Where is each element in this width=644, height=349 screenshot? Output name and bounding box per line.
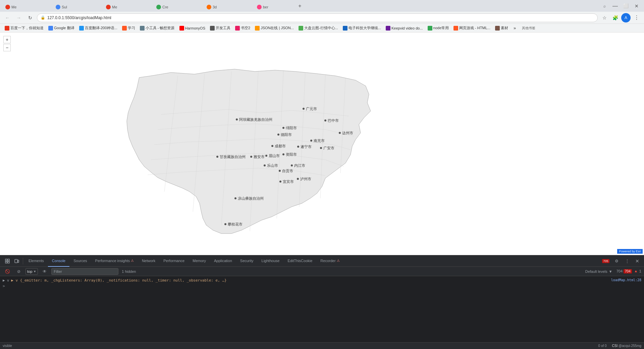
bookmark-google-translate[interactable]: Google 翻译	[46, 25, 76, 31]
tab-sul[interactable]: Sul	[53, 2, 103, 12]
console-filter-button[interactable]: ⊘	[14, 267, 23, 276]
map-controls: + −	[3, 36, 11, 51]
bookmark-keepvid[interactable]: Keepvid video do...	[384, 25, 425, 31]
status-text: visible	[3, 344, 12, 348]
bookmark-uestc[interactable]: 电子科技大学继续...	[341, 25, 383, 31]
svg-rect-79	[8, 259, 9, 261]
new-tab-button[interactable]: +	[296, 2, 304, 10]
minimize-button[interactable]: —	[610, 1, 620, 11]
bookmark-baidu[interactable]: 百度一下，你就知道	[3, 25, 46, 31]
svg-point-68	[279, 170, 281, 172]
svg-text:成都市: 成都市	[275, 144, 286, 148]
svg-rect-80	[5, 261, 7, 263]
bookmark-html-games[interactable]: 网页游戏 - HTML...	[451, 25, 492, 31]
console-log-row: ▶ v ▶ v {_emitter: m, _chgListeners: Arr…	[0, 278, 644, 283]
bookmarks-more[interactable]: »	[512, 25, 518, 31]
recorder-warning-icon: ⚠	[337, 259, 340, 262]
svg-text:德阳市: 德阳市	[281, 133, 292, 137]
inspect-element-button[interactable]	[3, 256, 12, 266]
zoom-in-button[interactable]: +	[3, 36, 11, 43]
tab-cre[interactable]: Cre	[154, 2, 204, 12]
svg-point-70	[279, 181, 281, 183]
tab-elements[interactable]: Elements	[24, 255, 48, 267]
tab-3d[interactable]: 3d	[204, 2, 254, 12]
tab-console[interactable]: Console	[48, 255, 69, 267]
bookmark-shukong[interactable]: 书空2	[233, 25, 252, 31]
tab-recorder[interactable]: Recorder ⚠	[316, 255, 343, 267]
profile-avatar[interactable]: A	[621, 13, 631, 22]
svg-rect-81	[8, 261, 9, 263]
tab-editthiscookie[interactable]: EditThisCookie	[283, 255, 316, 267]
console-source-link[interactable]: loadMap.html:28	[611, 278, 641, 282]
bookmark-harmony[interactable]: HarmonyOS	[177, 25, 208, 31]
statusbar: visible 0 of 0 CSI @acqui-255mg	[0, 342, 644, 349]
tab-me2[interactable]: Me	[103, 2, 154, 12]
expand-icon[interactable]: ▶	[3, 278, 5, 283]
tab-memory[interactable]: Memory	[189, 255, 210, 267]
more-tools-button[interactable]: ⋮	[623, 256, 632, 266]
forward-button[interactable]: →	[14, 13, 23, 22]
menu-button[interactable]: ⋮	[632, 13, 641, 22]
svg-text:攀枝花市: 攀枝花市	[228, 222, 243, 226]
csi-label: CSI @acqui-255mg	[612, 344, 641, 348]
address-bar[interactable]: 🔒 127.0.0.1:5500/arcgis/loadMap.html	[37, 13, 598, 22]
back-button[interactable]: ←	[3, 13, 12, 22]
bookmark-node[interactable]: node常用	[426, 25, 451, 31]
console-levels-dropdown[interactable]: Default levels ▼ 704 704 🔺 1	[585, 269, 641, 273]
bookmark-json[interactable]: JSON在线 | JSON...	[253, 25, 296, 31]
svg-text:雅安市: 雅安市	[254, 155, 265, 159]
tab-me1[interactable]: Me	[3, 2, 53, 12]
tab-search-button[interactable]: ⌕	[600, 1, 609, 11]
performance-insights-warning-icon: ⚠	[131, 259, 134, 262]
device-toolbar-button[interactable]	[12, 256, 21, 266]
url-text[interactable]: 127.0.0.1:5500/arcgis/loadMap.html	[47, 15, 111, 20]
svg-point-38	[324, 119, 326, 121]
tab-lighthouse[interactable]: Lighthouse	[258, 255, 284, 267]
console-log-text: ▶ v {_emitter: m, _chgListeners: Array(0…	[11, 278, 609, 283]
svg-text:遂宁市: 遂宁市	[301, 145, 312, 149]
toolbar-actions: ☆ 🧩 A ⋮	[600, 13, 641, 22]
bookmark-material[interactable]: 素材	[493, 25, 510, 31]
bookmark-devtools[interactable]: 开发工具	[208, 25, 232, 31]
bookmark-icon	[386, 26, 390, 31]
console-clear-button[interactable]: 🚫	[3, 267, 12, 276]
reload-button[interactable]: ↻	[25, 13, 35, 22]
svg-rect-78	[5, 259, 7, 261]
main-content: + −	[0, 33, 644, 349]
extensions-button[interactable]: 🧩	[610, 13, 620, 22]
tab-sources[interactable]: Sources	[69, 255, 91, 267]
devtools-close-button[interactable]: ✕	[633, 257, 641, 265]
bookmark-tools[interactable]: 小工具 - 畅想资源	[138, 25, 177, 31]
toolbar-separator	[23, 258, 23, 264]
bookmark-button[interactable]: ☆	[600, 13, 609, 22]
tab-performance[interactable]: Performance	[159, 255, 189, 267]
svg-text:甘孜藏族自治州: 甘孜藏族自治州	[220, 155, 246, 159]
tab-network[interactable]: Network	[138, 255, 159, 267]
console-top-context[interactable]: top ▼	[25, 268, 38, 275]
tab-ber[interactable]: ber	[254, 2, 294, 12]
bookmarks-extra[interactable]: 其他书签	[520, 25, 537, 31]
bookmark-baidu-translate[interactable]: 百度翻译-200种语...	[77, 25, 119, 31]
zoom-out-button[interactable]: −	[3, 44, 11, 51]
bookmark-market[interactable]: 大盘云图-行情中心...	[297, 25, 340, 31]
maximize-button[interactable]: ⬜	[621, 1, 631, 11]
svg-text:凉山彝族自治州: 凉山彝族自治州	[238, 196, 264, 200]
svg-point-44	[277, 134, 279, 136]
svg-text:乐山市: 乐山市	[267, 163, 278, 167]
tab-performance-insights[interactable]: Performance insights ⚠	[91, 255, 138, 267]
settings-button[interactable]: ⚙	[612, 256, 621, 266]
lock-icon: 🔒	[41, 15, 45, 20]
svg-text:广元市: 广元市	[306, 107, 317, 111]
tab-security[interactable]: Security	[236, 255, 258, 267]
svg-point-62	[282, 153, 284, 155]
bookmark-study[interactable]: 学习	[120, 25, 137, 31]
svg-point-52	[297, 146, 299, 148]
console-filter-input[interactable]	[51, 268, 118, 275]
tab-application[interactable]: Application	[210, 255, 236, 267]
svg-text:自贡市: 自贡市	[282, 169, 293, 173]
bookmark-icon	[453, 26, 458, 31]
close-window-button[interactable]: ✕	[632, 1, 641, 11]
issues-button[interactable]: 705	[601, 256, 610, 266]
issues-error-badge: 704	[624, 269, 632, 273]
console-eye-button[interactable]: 👁	[40, 267, 49, 276]
